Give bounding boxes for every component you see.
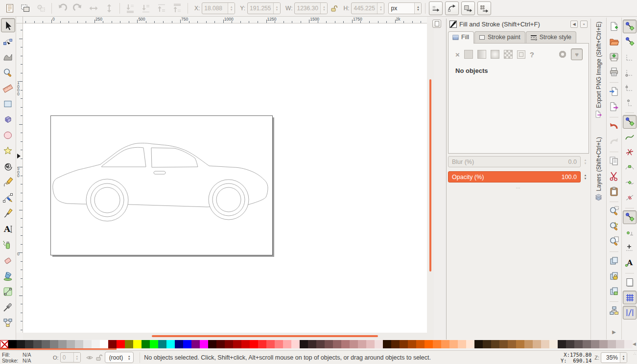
palette-swatch[interactable] xyxy=(583,340,591,348)
palette-swatch[interactable] xyxy=(416,340,425,348)
select-all-in-all-layers-button[interactable] xyxy=(19,1,32,15)
palette-swatch[interactable] xyxy=(216,340,225,348)
snap-path-intersections-button[interactable] xyxy=(623,145,637,159)
snap-paths-button[interactable] xyxy=(623,130,637,144)
connector-tool[interactable] xyxy=(1,316,15,330)
palette-swatch[interactable] xyxy=(258,340,266,348)
palette-swatch[interactable] xyxy=(33,340,42,348)
palette-swatch[interactable] xyxy=(366,340,375,348)
tweak-tool[interactable] xyxy=(1,49,15,64)
palette-swatch[interactable] xyxy=(308,340,316,348)
palette-swatch[interactable] xyxy=(250,340,258,348)
selector-tool[interactable] xyxy=(1,18,15,32)
zoom-tool[interactable] xyxy=(1,65,15,79)
snap-grid-button[interactable] xyxy=(623,291,637,304)
new-document-button[interactable] xyxy=(607,20,621,33)
star-tool[interactable] xyxy=(1,143,15,158)
palette-swatch[interactable] xyxy=(599,340,608,348)
palette-swatch[interactable] xyxy=(100,340,108,348)
snap-bbox-edges-button[interactable] xyxy=(623,50,637,64)
move-gradients-toggle-button[interactable] xyxy=(461,1,475,15)
box3d-tool[interactable] xyxy=(1,112,15,126)
palette-swatch[interactable] xyxy=(92,340,100,348)
snap-text-baseline-button[interactable]: A xyxy=(623,256,637,270)
deselect-button[interactable] xyxy=(34,1,48,15)
lower-to-bottom-button[interactable] xyxy=(123,1,137,15)
export-png-button[interactable] xyxy=(607,100,621,114)
copy-button[interactable] xyxy=(607,154,621,168)
zoom-drawing-button[interactable] xyxy=(607,219,621,233)
palette-swatch[interactable] xyxy=(333,340,341,348)
create-clone-button[interactable] xyxy=(607,269,621,283)
snap-others-button[interactable] xyxy=(623,210,637,224)
palette-swatch[interactable] xyxy=(291,340,300,348)
canvas[interactable] xyxy=(23,23,427,333)
zoom-selection-button[interactable] xyxy=(607,204,621,218)
palette-swatch[interactable] xyxy=(241,340,250,348)
palette-swatch[interactable] xyxy=(50,340,58,348)
dialog-collapse-button[interactable]: ◀ xyxy=(570,21,578,28)
palette-swatch[interactable] xyxy=(616,340,624,348)
palette-swatch[interactable] xyxy=(441,340,449,348)
vertical-scrollbar-thumb[interactable] xyxy=(429,79,431,272)
layer-visibility-icon[interactable] xyxy=(86,354,94,361)
palette-swatch[interactable] xyxy=(533,340,541,348)
swatch-button[interactable] xyxy=(517,50,525,59)
palette-swatch[interactable] xyxy=(108,340,117,348)
snap-line-midpoints-button[interactable] xyxy=(623,191,637,205)
palette-swatch[interactable] xyxy=(8,340,17,348)
object-opacity-field[interactable]: 0▲▼ xyxy=(60,352,81,363)
palette-swatch[interactable] xyxy=(283,340,291,348)
linear-gradient-button[interactable] xyxy=(477,50,486,59)
palette-swatch[interactable] xyxy=(499,340,508,348)
fill-rule-evenodd-button[interactable] xyxy=(559,50,566,58)
lock-ratio-icon[interactable] xyxy=(330,4,337,12)
palette-swatch[interactable] xyxy=(474,340,483,348)
snap-bbox-corners-button[interactable] xyxy=(623,65,637,79)
palette-swatch[interactable] xyxy=(42,340,50,348)
palette-swatch[interactable] xyxy=(125,340,133,348)
eraser-tool[interactable] xyxy=(1,253,15,267)
unlink-clone-button[interactable] xyxy=(607,284,621,298)
tab-stroke-style[interactable]: Stroke style xyxy=(526,31,576,43)
palette-swatch[interactable] xyxy=(58,340,67,348)
palette-swatch[interactable] xyxy=(558,340,566,348)
undo-button[interactable] xyxy=(607,119,621,133)
layer-selector[interactable]: (root) ▲▼ xyxy=(105,352,134,363)
fill-stroke-indicator[interactable]: Fill:N/A Stroke:N/A xyxy=(2,352,42,364)
palette-swatch[interactable] xyxy=(549,340,558,348)
palette-swatch[interactable] xyxy=(208,340,216,348)
dialog-close-button[interactable]: × xyxy=(580,21,588,28)
no-paint-button[interactable]: × xyxy=(455,50,460,59)
opacity-spinner[interactable]: ▲▼ xyxy=(582,171,589,182)
print-document-button[interactable] xyxy=(607,65,621,79)
snap-rotation-centers-button[interactable] xyxy=(623,241,637,254)
palette-swatch[interactable] xyxy=(17,340,25,348)
palette-swatch[interactable] xyxy=(266,340,275,348)
palette-swatch[interactable] xyxy=(166,340,175,348)
palette-swatch[interactable] xyxy=(225,340,233,348)
palette-swatch[interactable] xyxy=(433,340,441,348)
horizontal-ruler[interactable]: 025050075010001250150017502k xyxy=(23,17,427,23)
lower-button[interactable] xyxy=(139,1,153,15)
palette-scroll-left-icon[interactable]: ◀ xyxy=(633,341,636,346)
palette-swatch[interactable] xyxy=(591,340,599,348)
palette-swatch[interactable] xyxy=(375,340,383,348)
snap-bbox-button[interactable] xyxy=(623,35,637,48)
palette-swatch[interactable] xyxy=(133,340,142,348)
cms-adjust-button[interactable] xyxy=(432,20,441,28)
snap-object-centers-button[interactable] xyxy=(623,226,637,239)
palette-swatch[interactable] xyxy=(183,340,191,348)
horizontal-scrollbar[interactable] xyxy=(23,333,434,340)
palette-swatch[interactable] xyxy=(233,340,241,348)
palette-swatch[interactable] xyxy=(350,340,358,348)
node-tool[interactable] xyxy=(1,34,15,48)
scale-corners-toggle-button[interactable] xyxy=(445,1,459,15)
layer-lock-icon[interactable] xyxy=(95,354,103,361)
palette-swatch[interactable] xyxy=(508,340,516,348)
palette-swatch[interactable] xyxy=(524,340,533,348)
palette-swatch[interactable] xyxy=(566,340,574,348)
window-resize-grip[interactable]: ∴ xyxy=(629,352,637,363)
redo-button[interactable] xyxy=(607,135,621,148)
raise-button[interactable] xyxy=(155,1,168,15)
